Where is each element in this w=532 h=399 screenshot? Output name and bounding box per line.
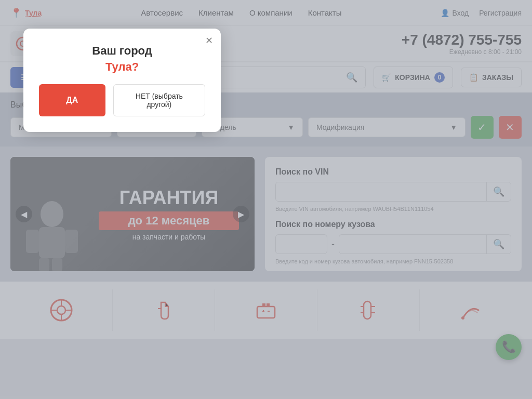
modal-city: Тула [39, 60, 205, 74]
modal-overlay: ✕ Ваш город Тула ДА НЕТ (выбрать другой) [0, 0, 532, 399]
city-modal: ✕ Ваш город Тула ДА НЕТ (выбрать другой) [23, 29, 221, 132]
change-city-button[interactable]: НЕТ (выбрать другой) [113, 84, 205, 116]
modal-close-button[interactable]: ✕ [205, 35, 213, 46]
confirm-city-button[interactable]: ДА [39, 84, 105, 116]
modal-buttons: ДА НЕТ (выбрать другой) [39, 84, 205, 116]
modal-title: Ваш город [39, 44, 205, 58]
